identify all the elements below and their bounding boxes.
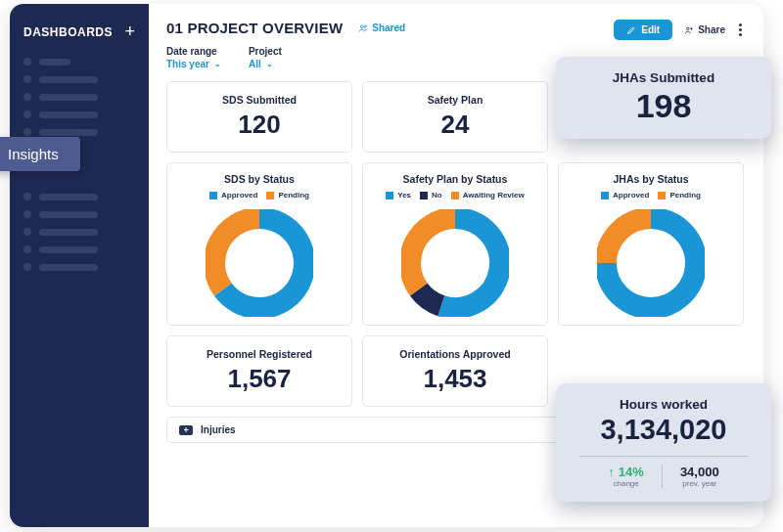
donut-chart [371,209,539,317]
shared-icon [358,23,368,33]
nav-item[interactable] [23,93,135,101]
nav-item[interactable] [23,263,135,271]
svg-point-2 [687,27,690,30]
insights-tab[interactable]: Insights [10,137,80,171]
nav-item[interactable] [23,111,135,118]
shared-badge: Shared [358,22,405,33]
card-orientations: Orientations Approved 1,453 [362,335,548,407]
svg-point-0 [361,25,364,28]
add-dashboard-icon[interactable]: + [124,22,135,42]
pencil-icon [626,25,636,35]
nav-item[interactable] [23,193,135,200]
card-safety-plan: Safety Plan 24 [362,81,548,153]
donut-chart [567,209,735,317]
chart-sds-status: SDS by Status Approved Pending [166,162,352,326]
chevron-down-icon: ⌄ [266,60,273,68]
nav-item[interactable] [23,58,135,66]
sidebar-title: DASHBOARDS [23,25,113,39]
nav-item[interactable] [23,210,135,218]
sidebar: DASHBOARDS + [10,4,149,527]
card-sds-submitted: SDS Submitted 120 [166,81,352,153]
popout-jhas-submitted: JHAs Submitted 198 [556,57,771,139]
nav-item[interactable] [23,245,135,253]
filter-project[interactable]: Project All⌄ [249,46,282,69]
nav-item[interactable] [23,228,135,236]
nav-item[interactable] [23,128,135,136]
edit-button[interactable]: Edit [614,20,672,40]
shared-label: Shared [372,22,405,33]
arrow-up-icon: ↑ [608,465,615,479]
chart-jhas-status: JHAs by Status Approved Pending [558,162,744,326]
nav-item[interactable] [23,75,135,83]
page-title: 01 PROJECT OVERVIEW [166,20,343,36]
chevron-down-icon: ⌄ [214,60,221,68]
popout-hours-worked: Hours worked 3,134,020 ↑14% change 34,00… [556,383,771,502]
card-personnel: Personnel Registered 1,567 [166,335,352,407]
filter-date-range[interactable]: Date range This year⌄ [166,46,221,69]
svg-point-1 [364,24,366,26]
donut-chart [175,209,344,317]
share-button[interactable]: Share [684,24,725,35]
chart-safety-status: Safety Plan by Status Yes No Awaiting Re… [362,162,548,326]
injuries-icon [179,425,193,435]
share-icon [684,25,694,35]
kebab-menu-icon[interactable] [737,22,744,38]
